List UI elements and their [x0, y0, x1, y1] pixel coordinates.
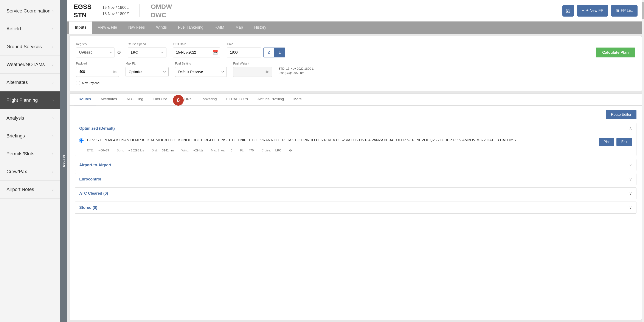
notification-badge: 6	[173, 95, 184, 106]
edit-route-button[interactable]: Edit	[616, 138, 632, 146]
origin-info: EGSS STN	[74, 2, 92, 19]
sub-tab-tankering[interactable]: Tankering	[196, 94, 222, 105]
tab-nav-fees[interactable]: Nav Fees	[123, 21, 150, 34]
tab-fuel-tankering[interactable]: Fuel Tankering	[172, 21, 209, 34]
fp-list-button[interactable]: ⊞ FP List	[611, 5, 638, 16]
optimized-route-header: Optimized (Default) ∧	[75, 123, 636, 134]
route-radio[interactable]	[79, 138, 84, 143]
sidebar-item-label: Weather/NOTAMs	[6, 62, 45, 67]
eurocontrol-header[interactable]: Eurocontrol ∨	[75, 173, 636, 185]
chevron-right-icon: ›	[52, 98, 54, 103]
cruise-label: Cruise: LRC	[262, 149, 285, 152]
tab-history[interactable]: History	[249, 21, 272, 34]
etd-info-text: ETD: 15-Nov-2022 1800 L	[278, 67, 314, 70]
flight-dates: 15 Nov / 1800L 15 Nov / 1800Z	[102, 4, 129, 17]
payload-group: Payload lbs	[76, 62, 119, 77]
scrollbar[interactable]	[642, 0, 644, 322]
sub-tab-fuel-opt[interactable]: Fuel Opt.	[148, 94, 172, 105]
sub-tab-alternates[interactable]: Alternates	[96, 94, 122, 105]
sidebar-item-crew-pax[interactable]: Crew/Pax ›	[0, 163, 60, 181]
sidebar-item-label: Briefings	[6, 133, 25, 139]
max-payload-label: Max Payload	[82, 81, 100, 85]
sidebar-item-flight-planning[interactable]: Flight Planning ›	[0, 91, 60, 109]
max-fl-label: Max FL	[126, 62, 168, 65]
cruise-speed-select[interactable]: LRC	[128, 47, 166, 57]
settings-icon[interactable]: ⚙	[117, 50, 121, 55]
dest-info: OMDW DWC	[151, 2, 172, 19]
routes-content: Route Editor Optimized (Default) ∧ CLN5S…	[70, 106, 642, 220]
route-editor-btn-container: Route Editor	[75, 110, 636, 119]
chevron-right-icon: ›	[52, 9, 54, 13]
fuel-setting-select[interactable]: Default Reserve	[175, 67, 227, 77]
max-payload-row: Max Payload	[76, 81, 635, 85]
sidebar-item-ground-services[interactable]: Ground Services ›	[0, 38, 60, 56]
collapse-icon[interactable]: ∧	[629, 126, 632, 131]
registry-label: Registry	[76, 42, 121, 46]
sidebar-item-weather-notams[interactable]: Weather/NOTAMs ›	[0, 56, 60, 73]
stored-route: Stored (0) ∨	[75, 202, 636, 214]
eurocontrol-title: Eurocontrol	[79, 177, 101, 182]
sidebar-item-briefings[interactable]: Briefings ›	[0, 127, 60, 145]
optimized-route-title: Optimized (Default)	[79, 126, 115, 131]
tab-map[interactable]: Map	[230, 21, 249, 34]
sidebar-item-alternates[interactable]: Alternates ›	[0, 73, 60, 91]
route-text-row: CLN5S CLN M84 KONAN UL607 KOK M150 KRH D…	[79, 137, 632, 146]
origin-code: EGSS STN	[74, 2, 92, 19]
dist-label: Dist: 3141 nm	[152, 149, 177, 152]
registry-select[interactable]: UVG550	[76, 47, 115, 57]
airport-to-airport-header[interactable]: Airport-to-Airport ∨	[75, 159, 636, 171]
cruise-settings-icon[interactable]: ⚙	[289, 148, 292, 152]
atc-cleared-route: ATC Cleared (0) ∨	[75, 187, 636, 199]
route-editor-button[interactable]: Route Editor	[606, 110, 637, 119]
time-toggle-l[interactable]: L	[274, 48, 285, 57]
sidebar-item-label: Permits/Slots	[6, 151, 34, 157]
max-fl-select[interactable]: Optimize	[126, 67, 168, 77]
chevron-right-icon: ›	[52, 187, 54, 192]
chevron-down-icon: ∨	[629, 205, 632, 210]
flight-id-label: UVG550	[60, 0, 67, 322]
ete-label: ETE: ~ 06+39	[87, 149, 112, 152]
route-waypoints: CLN5S CLN M84 KONAN UL607 KOK M150 KRH D…	[87, 137, 596, 143]
sidebar: Service Coordination › Airfield › Ground…	[0, 0, 60, 322]
sidebar-item-airport-notes[interactable]: Airport Notes ›	[0, 181, 60, 199]
chevron-right-icon: ›	[52, 80, 54, 85]
sub-tab-routes[interactable]: Routes	[74, 94, 96, 105]
sidebar-item-analysis[interactable]: Analysis ›	[0, 109, 60, 127]
sub-tab-atc-filing[interactable]: ATC Filing	[122, 94, 148, 105]
fl-label: FL: 470	[240, 149, 257, 152]
tab-raim[interactable]: RAIM	[209, 21, 230, 34]
sub-tab-altitude-profiling[interactable]: Altitude Profiling	[253, 94, 289, 105]
calculate-group: Calculate Plan	[596, 42, 635, 57]
vertical-divider	[140, 4, 140, 17]
inputs-form: Registry UVG550 ⚙ Cruise Speed LRC	[69, 36, 642, 91]
scrollbar-thumb[interactable]	[642, 2, 644, 19]
registry-group: Registry UVG550 ⚙	[76, 42, 121, 57]
payload-unit-label: lbs	[112, 70, 116, 73]
sidebar-item-label: Crew/Pax	[6, 169, 27, 174]
optimized-route-body: CLN5S CLN M84 KONAN UL607 KOK M150 KRH D…	[75, 134, 636, 156]
route-metadata: ETE: ~ 06+39 Burn: ~ 16298 lbs Dist: 314…	[79, 148, 632, 152]
sidebar-item-service-coordination[interactable]: Service Coordination ›	[0, 2, 60, 20]
time-toggle-z[interactable]: Z	[264, 48, 274, 57]
tab-winds[interactable]: Winds	[150, 21, 172, 34]
tab-bar: Inputs View & File Nav Fees Winds Fuel T…	[67, 21, 644, 34]
tab-inputs[interactable]: Inputs	[69, 21, 92, 34]
chevron-right-icon: ›	[52, 27, 54, 31]
calculate-plan-button[interactable]: Calculate Plan	[596, 47, 635, 57]
tab-view-file[interactable]: View & File	[92, 21, 123, 34]
stored-header[interactable]: Stored (0) ∨	[75, 202, 636, 213]
plot-button[interactable]: Plot	[599, 138, 614, 146]
sidebar-item-permits-slots[interactable]: Permits/Slots ›	[0, 145, 60, 163]
sub-tab-more[interactable]: More	[288, 94, 306, 105]
eurocontrol-route: Eurocontrol ∨	[75, 173, 636, 185]
grid-icon: ⊞	[616, 8, 619, 13]
time-label: Time	[227, 42, 285, 46]
edit-button[interactable]	[562, 5, 574, 16]
sub-tab-etps-etops[interactable]: ETPs/ETOPs	[222, 94, 253, 105]
calendar-icon[interactable]: 📅	[213, 50, 218, 55]
atc-cleared-header[interactable]: ATC Cleared (0) ∨	[75, 188, 636, 199]
sidebar-item-airfield[interactable]: Airfield ›	[0, 20, 60, 38]
time-input[interactable]	[227, 47, 261, 57]
new-fp-button[interactable]: + + New FP	[577, 5, 608, 16]
max-payload-checkbox[interactable]	[76, 81, 80, 85]
